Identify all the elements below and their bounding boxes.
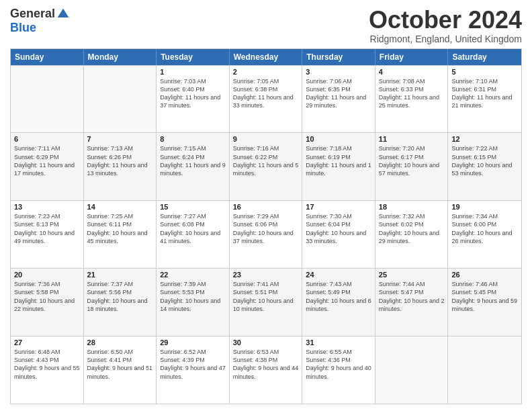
calendar-week-1: 1Sunrise: 7:03 AM Sunset: 6:40 PM Daylig… — [11, 65, 521, 133]
day-number: 10 — [306, 135, 371, 143]
day-cell-14: 14Sunrise: 7:25 AM Sunset: 6:11 PM Dayli… — [84, 201, 157, 268]
day-cell-17: 17Sunrise: 7:30 AM Sunset: 6:04 PM Dayli… — [302, 201, 375, 268]
empty-cell — [448, 336, 521, 404]
day-cell-15: 15Sunrise: 7:27 AM Sunset: 6:08 PM Dayli… — [157, 201, 230, 268]
day-info: Sunrise: 7:43 AM Sunset: 5:49 PM Dayligh… — [306, 280, 371, 313]
day-number: 16 — [233, 203, 299, 211]
day-info: Sunrise: 7:37 AM Sunset: 5:56 PM Dayligh… — [87, 280, 153, 313]
calendar-week-4: 20Sunrise: 7:36 AM Sunset: 5:58 PM Dayli… — [11, 268, 521, 336]
day-cell-5: 5Sunrise: 7:10 AM Sunset: 6:31 PM Daylig… — [448, 66, 521, 133]
day-cell-26: 26Sunrise: 7:46 AM Sunset: 5:45 PM Dayli… — [448, 269, 521, 336]
header-day-saturday: Saturday — [448, 49, 521, 65]
day-info: Sunrise: 7:29 AM Sunset: 6:06 PM Dayligh… — [233, 212, 299, 245]
header-day-sunday: Sunday — [11, 49, 84, 65]
day-info: Sunrise: 7:22 AM Sunset: 6:15 PM Dayligh… — [451, 144, 518, 177]
day-number: 1 — [160, 68, 226, 76]
header: General Blue October 2024 Ridgmont, Engl… — [10, 7, 522, 44]
day-number: 11 — [379, 135, 445, 143]
day-cell-9: 9Sunrise: 7:16 AM Sunset: 6:22 PM Daylig… — [230, 133, 303, 200]
day-info: Sunrise: 7:06 AM Sunset: 6:35 PM Dayligh… — [306, 77, 371, 110]
day-number: 22 — [160, 271, 226, 279]
day-number: 7 — [87, 135, 153, 143]
header-day-tuesday: Tuesday — [157, 49, 230, 65]
calendar-week-5: 27Sunrise: 6:48 AM Sunset: 4:43 PM Dayli… — [11, 336, 521, 404]
day-cell-30: 30Sunrise: 6:53 AM Sunset: 4:38 PM Dayli… — [230, 336, 303, 404]
day-number: 18 — [379, 203, 445, 211]
day-cell-21: 21Sunrise: 7:37 AM Sunset: 5:56 PM Dayli… — [84, 269, 157, 336]
day-number: 14 — [87, 203, 153, 211]
header-day-wednesday: Wednesday — [230, 49, 303, 65]
logo-general: General — [10, 7, 55, 21]
day-number: 27 — [14, 338, 80, 347]
day-number: 24 — [306, 271, 371, 279]
day-number: 25 — [379, 271, 445, 279]
day-info: Sunrise: 7:20 AM Sunset: 6:17 PM Dayligh… — [379, 144, 445, 177]
day-number: 9 — [233, 135, 299, 143]
day-number: 6 — [14, 135, 80, 143]
day-info: Sunrise: 7:10 AM Sunset: 6:31 PM Dayligh… — [451, 77, 518, 110]
month-title: October 2024 — [369, 7, 522, 34]
logo-icon — [56, 7, 70, 21]
day-cell-27: 27Sunrise: 6:48 AM Sunset: 4:43 PM Dayli… — [11, 336, 84, 404]
day-cell-23: 23Sunrise: 7:41 AM Sunset: 5:51 PM Dayli… — [230, 269, 303, 336]
day-number: 2 — [233, 68, 299, 76]
calendar: SundayMondayTuesdayWednesdayThursdayFrid… — [10, 48, 522, 404]
day-info: Sunrise: 7:15 AM Sunset: 6:24 PM Dayligh… — [160, 144, 226, 177]
day-number: 31 — [306, 338, 371, 347]
day-cell-10: 10Sunrise: 7:18 AM Sunset: 6:19 PM Dayli… — [302, 133, 375, 200]
day-info: Sunrise: 7:30 AM Sunset: 6:04 PM Dayligh… — [306, 212, 371, 245]
day-number: 19 — [451, 203, 518, 211]
day-number: 17 — [306, 203, 371, 211]
day-info: Sunrise: 7:25 AM Sunset: 6:11 PM Dayligh… — [87, 212, 153, 245]
day-cell-13: 13Sunrise: 7:23 AM Sunset: 6:13 PM Dayli… — [11, 201, 84, 268]
day-info: Sunrise: 6:50 AM Sunset: 4:41 PM Dayligh… — [87, 348, 153, 381]
logo-blue: Blue — [10, 21, 36, 35]
calendar-week-2: 6Sunrise: 7:11 AM Sunset: 6:29 PM Daylig… — [11, 132, 521, 200]
empty-cell — [84, 66, 157, 133]
day-info: Sunrise: 7:32 AM Sunset: 6:02 PM Dayligh… — [379, 212, 445, 245]
calendar-week-3: 13Sunrise: 7:23 AM Sunset: 6:13 PM Dayli… — [11, 200, 521, 268]
day-info: Sunrise: 7:34 AM Sunset: 6:00 PM Dayligh… — [451, 212, 518, 245]
day-info: Sunrise: 6:55 AM Sunset: 4:36 PM Dayligh… — [306, 348, 371, 381]
calendar-body: 1Sunrise: 7:03 AM Sunset: 6:40 PM Daylig… — [11, 65, 521, 404]
day-number: 4 — [379, 68, 445, 76]
day-info: Sunrise: 7:08 AM Sunset: 6:33 PM Dayligh… — [379, 77, 445, 110]
day-cell-19: 19Sunrise: 7:34 AM Sunset: 6:00 PM Dayli… — [448, 201, 521, 268]
day-info: Sunrise: 6:52 AM Sunset: 4:39 PM Dayligh… — [160, 348, 226, 381]
day-cell-22: 22Sunrise: 7:39 AM Sunset: 5:53 PM Dayli… — [157, 269, 230, 336]
day-number: 8 — [160, 135, 226, 143]
day-cell-11: 11Sunrise: 7:20 AM Sunset: 6:17 PM Dayli… — [375, 133, 449, 200]
day-cell-1: 1Sunrise: 7:03 AM Sunset: 6:40 PM Daylig… — [157, 66, 230, 133]
header-day-friday: Friday — [375, 49, 449, 65]
day-info: Sunrise: 7:05 AM Sunset: 6:38 PM Dayligh… — [233, 77, 299, 110]
day-info: Sunrise: 7:46 AM Sunset: 5:45 PM Dayligh… — [451, 280, 518, 313]
day-info: Sunrise: 7:44 AM Sunset: 5:47 PM Dayligh… — [379, 280, 445, 313]
day-cell-20: 20Sunrise: 7:36 AM Sunset: 5:58 PM Dayli… — [11, 269, 84, 336]
day-cell-28: 28Sunrise: 6:50 AM Sunset: 4:41 PM Dayli… — [84, 336, 157, 404]
day-info: Sunrise: 7:39 AM Sunset: 5:53 PM Dayligh… — [160, 280, 226, 313]
day-cell-4: 4Sunrise: 7:08 AM Sunset: 6:33 PM Daylig… — [375, 66, 449, 133]
day-cell-7: 7Sunrise: 7:13 AM Sunset: 6:26 PM Daylig… — [84, 133, 157, 200]
day-number: 30 — [233, 338, 299, 347]
day-number: 23 — [233, 271, 299, 279]
day-number: 28 — [87, 338, 153, 347]
day-cell-6: 6Sunrise: 7:11 AM Sunset: 6:29 PM Daylig… — [11, 133, 84, 200]
day-number: 3 — [306, 68, 371, 76]
day-info: Sunrise: 6:48 AM Sunset: 4:43 PM Dayligh… — [14, 348, 80, 381]
day-cell-12: 12Sunrise: 7:22 AM Sunset: 6:15 PM Dayli… — [448, 133, 521, 200]
day-number: 26 — [451, 271, 518, 279]
logo: General Blue — [10, 7, 70, 35]
day-info: Sunrise: 7:18 AM Sunset: 6:19 PM Dayligh… — [306, 144, 371, 177]
day-info: Sunrise: 7:11 AM Sunset: 6:29 PM Dayligh… — [14, 144, 80, 177]
empty-cell — [11, 66, 84, 133]
header-day-thursday: Thursday — [302, 49, 375, 65]
title-section: October 2024 Ridgmont, England, United K… — [369, 7, 522, 44]
day-info: Sunrise: 7:36 AM Sunset: 5:58 PM Dayligh… — [14, 280, 80, 313]
day-cell-3: 3Sunrise: 7:06 AM Sunset: 6:35 PM Daylig… — [302, 66, 375, 133]
day-number: 21 — [87, 271, 153, 279]
day-number: 5 — [451, 68, 518, 76]
day-number: 13 — [14, 203, 80, 211]
day-cell-31: 31Sunrise: 6:55 AM Sunset: 4:36 PM Dayli… — [302, 336, 375, 404]
empty-cell — [375, 336, 449, 404]
day-cell-2: 2Sunrise: 7:05 AM Sunset: 6:38 PM Daylig… — [230, 66, 303, 133]
